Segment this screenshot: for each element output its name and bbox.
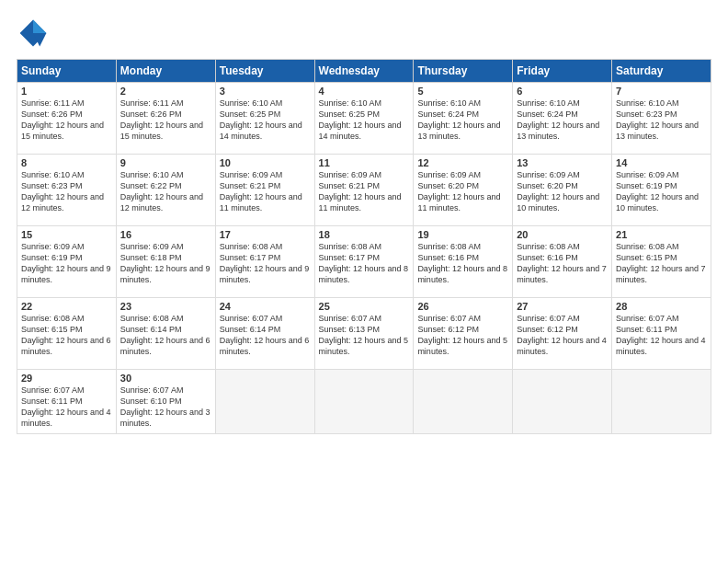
header: [17, 17, 711, 50]
day-info: Sunrise: 6:10 AM Sunset: 6:24 PM Dayligh…: [417, 98, 508, 143]
calendar-cell: 16 Sunrise: 6:09 AM Sunset: 6:18 PM Dayl…: [116, 226, 215, 298]
calendar-cell: 10 Sunrise: 6:09 AM Sunset: 6:21 PM Dayl…: [215, 155, 314, 226]
day-info: Sunrise: 6:08 AM Sunset: 6:17 PM Dayligh…: [220, 241, 311, 286]
calendar-cell: 25 Sunrise: 6:07 AM Sunset: 6:13 PM Dayl…: [314, 298, 414, 370]
day-info: Sunrise: 6:10 AM Sunset: 6:23 PM Dayligh…: [616, 98, 707, 143]
day-info: Sunrise: 6:10 AM Sunset: 6:22 PM Dayligh…: [120, 169, 211, 214]
calendar-cell: [215, 370, 314, 434]
calendar-cell: 17 Sunrise: 6:08 AM Sunset: 6:17 PM Dayl…: [215, 226, 314, 298]
calendar-week-4: 22 Sunrise: 6:08 AM Sunset: 6:15 PM Dayl…: [17, 298, 711, 370]
day-info: Sunrise: 6:09 AM Sunset: 6:18 PM Dayligh…: [120, 241, 211, 286]
calendar-cell: 11 Sunrise: 6:09 AM Sunset: 6:21 PM Dayl…: [314, 155, 414, 226]
calendar-cell: [314, 370, 414, 434]
calendar-cell: 15 Sunrise: 6:09 AM Sunset: 6:19 PM Dayl…: [17, 226, 117, 298]
day-number: 22: [21, 301, 112, 312]
day-number: 1: [21, 86, 112, 97]
day-info: Sunrise: 6:07 AM Sunset: 6:12 PM Dayligh…: [417, 313, 508, 358]
calendar: SundayMondayTuesdayWednesdayThursdayFrid…: [17, 59, 711, 434]
day-number: 19: [417, 229, 508, 240]
day-info: Sunrise: 6:08 AM Sunset: 6:14 PM Dayligh…: [120, 313, 211, 358]
day-info: Sunrise: 6:08 AM Sunset: 6:15 PM Dayligh…: [21, 313, 112, 358]
calendar-cell: 7 Sunrise: 6:10 AM Sunset: 6:23 PM Dayli…: [612, 83, 711, 155]
calendar-cell: 18 Sunrise: 6:08 AM Sunset: 6:17 PM Dayl…: [314, 226, 414, 298]
day-info: Sunrise: 6:09 AM Sunset: 6:19 PM Dayligh…: [616, 169, 707, 214]
day-number: 25: [319, 301, 410, 312]
calendar-cell: 2 Sunrise: 6:11 AM Sunset: 6:26 PM Dayli…: [116, 83, 215, 155]
day-info: Sunrise: 6:11 AM Sunset: 6:26 PM Dayligh…: [120, 98, 211, 143]
calendar-cell: 22 Sunrise: 6:08 AM Sunset: 6:15 PM Dayl…: [17, 298, 117, 370]
calendar-cell: 14 Sunrise: 6:09 AM Sunset: 6:19 PM Dayl…: [612, 155, 711, 226]
day-info: Sunrise: 6:07 AM Sunset: 6:13 PM Dayligh…: [319, 313, 410, 358]
calendar-cell: 9 Sunrise: 6:10 AM Sunset: 6:22 PM Dayli…: [116, 155, 215, 226]
day-info: Sunrise: 6:08 AM Sunset: 6:15 PM Dayligh…: [616, 241, 707, 286]
calendar-cell: 23 Sunrise: 6:08 AM Sunset: 6:14 PM Dayl…: [116, 298, 215, 370]
day-info: Sunrise: 6:08 AM Sunset: 6:17 PM Dayligh…: [319, 241, 410, 286]
day-number: 11: [319, 157, 410, 168]
calendar-cell: 26 Sunrise: 6:07 AM Sunset: 6:12 PM Dayl…: [414, 298, 513, 370]
calendar-week-3: 15 Sunrise: 6:09 AM Sunset: 6:19 PM Dayl…: [17, 226, 711, 298]
svg-marker-1: [33, 20, 46, 33]
calendar-cell: 29 Sunrise: 6:07 AM Sunset: 6:11 PM Dayl…: [17, 370, 117, 434]
calendar-weekday-monday: Monday: [116, 60, 215, 83]
day-info: Sunrise: 6:08 AM Sunset: 6:16 PM Dayligh…: [517, 241, 608, 286]
calendar-cell: 21 Sunrise: 6:08 AM Sunset: 6:15 PM Dayl…: [612, 226, 711, 298]
calendar-cell: 6 Sunrise: 6:10 AM Sunset: 6:24 PM Dayli…: [513, 83, 612, 155]
calendar-cell: 27 Sunrise: 6:07 AM Sunset: 6:12 PM Dayl…: [513, 298, 612, 370]
day-info: Sunrise: 6:09 AM Sunset: 6:20 PM Dayligh…: [417, 169, 508, 214]
calendar-weekday-thursday: Thursday: [414, 60, 513, 83]
calendar-weekday-saturday: Saturday: [612, 60, 711, 83]
calendar-weekday-wednesday: Wednesday: [314, 60, 414, 83]
day-info: Sunrise: 6:09 AM Sunset: 6:21 PM Dayligh…: [220, 169, 311, 214]
calendar-cell: 20 Sunrise: 6:08 AM Sunset: 6:16 PM Dayl…: [513, 226, 612, 298]
calendar-cell: 19 Sunrise: 6:08 AM Sunset: 6:16 PM Dayl…: [414, 226, 513, 298]
day-number: 17: [220, 229, 311, 240]
day-number: 24: [220, 301, 311, 312]
calendar-cell: 28 Sunrise: 6:07 AM Sunset: 6:11 PM Dayl…: [612, 298, 711, 370]
day-number: 6: [517, 86, 608, 97]
day-number: 13: [517, 157, 608, 168]
page: SundayMondayTuesdayWednesdayThursdayFrid…: [0, 0, 728, 563]
day-info: Sunrise: 6:07 AM Sunset: 6:14 PM Dayligh…: [220, 313, 311, 358]
day-number: 8: [21, 157, 112, 168]
day-info: Sunrise: 6:07 AM Sunset: 6:10 PM Dayligh…: [120, 385, 211, 430]
day-number: 20: [517, 229, 608, 240]
day-number: 28: [616, 301, 707, 312]
day-info: Sunrise: 6:10 AM Sunset: 6:25 PM Dayligh…: [319, 98, 410, 143]
day-number: 30: [120, 373, 211, 384]
day-number: 26: [417, 301, 508, 312]
logo-icon: [17, 17, 50, 50]
calendar-cell: 12 Sunrise: 6:09 AM Sunset: 6:20 PM Dayl…: [414, 155, 513, 226]
day-info: Sunrise: 6:10 AM Sunset: 6:24 PM Dayligh…: [517, 98, 608, 143]
day-number: 29: [21, 373, 112, 384]
day-info: Sunrise: 6:10 AM Sunset: 6:23 PM Dayligh…: [21, 169, 112, 214]
calendar-cell: 24 Sunrise: 6:07 AM Sunset: 6:14 PM Dayl…: [215, 298, 314, 370]
day-info: Sunrise: 6:09 AM Sunset: 6:19 PM Dayligh…: [21, 241, 112, 286]
calendar-cell: 5 Sunrise: 6:10 AM Sunset: 6:24 PM Dayli…: [414, 83, 513, 155]
calendar-week-1: 1 Sunrise: 6:11 AM Sunset: 6:26 PM Dayli…: [17, 83, 711, 155]
day-info: Sunrise: 6:10 AM Sunset: 6:25 PM Dayligh…: [220, 98, 311, 143]
calendar-weekday-tuesday: Tuesday: [215, 60, 314, 83]
day-number: 14: [616, 157, 707, 168]
day-number: 18: [319, 229, 410, 240]
calendar-cell: [513, 370, 612, 434]
day-number: 21: [616, 229, 707, 240]
day-number: 10: [220, 157, 311, 168]
calendar-week-5: 29 Sunrise: 6:07 AM Sunset: 6:11 PM Dayl…: [17, 370, 711, 434]
calendar-header-row: SundayMondayTuesdayWednesdayThursdayFrid…: [17, 60, 711, 83]
calendar-cell: 8 Sunrise: 6:10 AM Sunset: 6:23 PM Dayli…: [17, 155, 117, 226]
day-info: Sunrise: 6:08 AM Sunset: 6:16 PM Dayligh…: [417, 241, 508, 286]
calendar-cell: 1 Sunrise: 6:11 AM Sunset: 6:26 PM Dayli…: [17, 83, 117, 155]
day-number: 5: [417, 86, 508, 97]
calendar-cell: [612, 370, 711, 434]
day-number: 12: [417, 157, 508, 168]
calendar-weekday-sunday: Sunday: [17, 60, 117, 83]
day-number: 3: [220, 86, 311, 97]
calendar-cell: 4 Sunrise: 6:10 AM Sunset: 6:25 PM Dayli…: [314, 83, 414, 155]
day-info: Sunrise: 6:11 AM Sunset: 6:26 PM Dayligh…: [21, 98, 112, 143]
day-info: Sunrise: 6:09 AM Sunset: 6:20 PM Dayligh…: [517, 169, 608, 214]
calendar-cell: [414, 370, 513, 434]
day-number: 7: [616, 86, 707, 97]
day-info: Sunrise: 6:07 AM Sunset: 6:11 PM Dayligh…: [21, 385, 112, 430]
day-info: Sunrise: 6:07 AM Sunset: 6:12 PM Dayligh…: [517, 313, 608, 358]
day-info: Sunrise: 6:09 AM Sunset: 6:21 PM Dayligh…: [319, 169, 410, 214]
